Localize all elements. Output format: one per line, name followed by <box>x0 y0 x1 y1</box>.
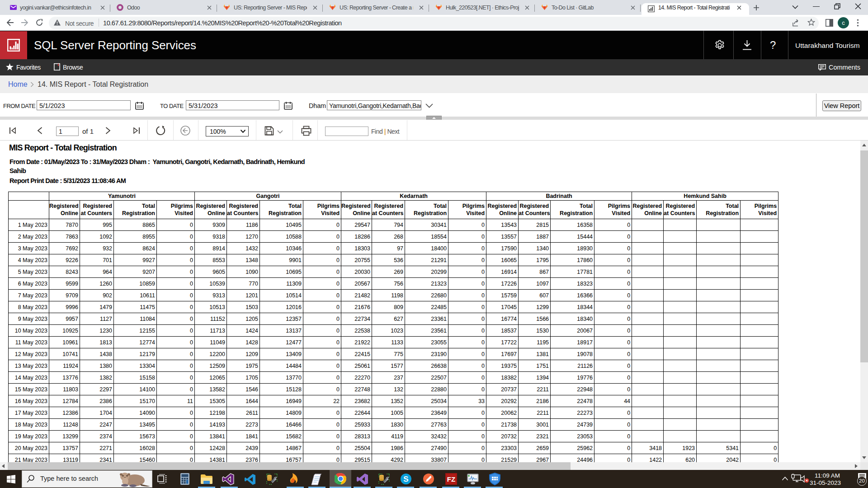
svg-text:FZ: FZ <box>447 475 455 483</box>
svg-text:S: S <box>403 475 408 483</box>
